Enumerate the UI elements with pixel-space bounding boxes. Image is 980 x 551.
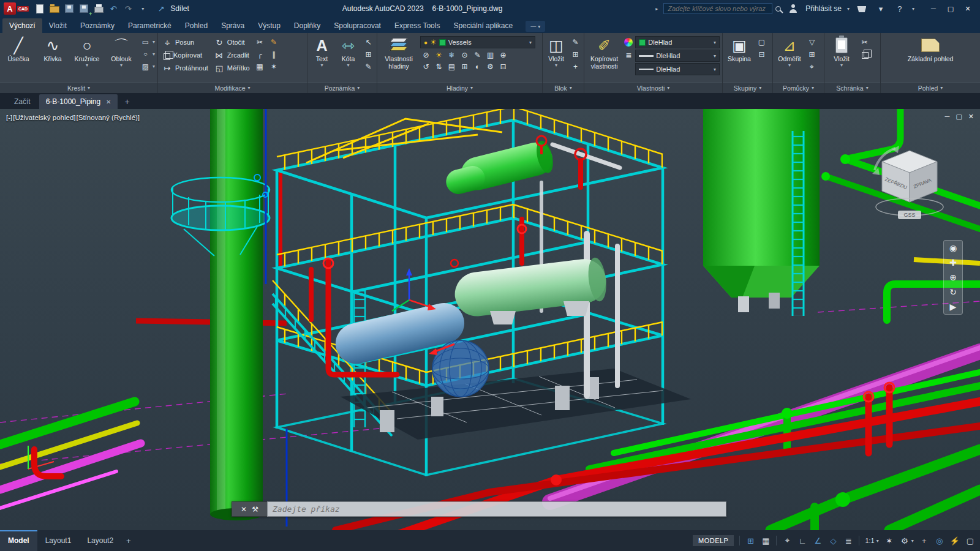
command-input[interactable] <box>268 504 726 514</box>
panel-title-poznamka[interactable]: Poznámka ▾ <box>307 82 377 93</box>
quick-calc-button[interactable]: ⊞ <box>806 49 818 59</box>
layer-properties-button[interactable]: Vlastnosti hladiny <box>380 35 418 82</box>
snap-toggle-icon[interactable]: ▦ <box>761 536 771 545</box>
tab-pohled[interactable]: Pohled <box>178 18 214 33</box>
layout1-tab[interactable]: Layout1 <box>37 530 80 551</box>
save-button[interactable] <box>62 2 76 15</box>
workspace-switching-control[interactable]: ⚙ ▾ <box>900 536 914 545</box>
circle-button[interactable]: ○ Kružnice ▾ <box>71 35 103 82</box>
ribbon-display-toggle[interactable]: — ▾ <box>526 21 545 32</box>
annotation-visibility-icon[interactable]: ✶ <box>884 536 894 545</box>
lineweight-combo[interactable]: DleHlad ▾ <box>635 50 720 62</box>
scale-button[interactable]: ◱ Měřítko <box>213 62 252 74</box>
panel-title-pohled[interactable]: Pohled ▾ <box>881 82 980 93</box>
undo-button[interactable]: ↶ <box>107 2 120 15</box>
text-button[interactable]: A Text ▾ <box>310 35 334 82</box>
layer-tool-icon[interactable]: ☀ <box>433 50 445 60</box>
close-tab-icon[interactable]: ✕ <box>106 99 111 105</box>
layer-tool-icon[interactable]: ✎ <box>472 50 483 60</box>
group-button[interactable]: ▣ Skupina <box>725 35 753 82</box>
multileader-button[interactable]: ↖ <box>363 37 374 47</box>
dimension-button[interactable]: ⇿ Kóta ▾ <box>336 35 360 82</box>
layer-tool-icon[interactable]: ⊕ <box>497 50 509 60</box>
panel-title-vlastnosti[interactable]: Vlastnosti ▾ <box>584 82 722 93</box>
signin-label[interactable]: Přihlásit se <box>805 4 842 13</box>
match-properties-button[interactable]: ✐ Kopírovat vlastnosti <box>587 35 622 82</box>
signin-button[interactable] <box>786 2 800 15</box>
drawing-viewport[interactable]: [-] [Uživatelský pohled] [Stínovaný (Ryc… <box>0 109 980 530</box>
visual-style-control[interactable]: [Stínovaný (Rychlé)] <box>77 114 140 121</box>
polar-tracking-icon[interactable]: ∠ <box>813 536 823 545</box>
array-button[interactable]: ▦ <box>254 61 266 72</box>
tab-express-tools[interactable]: Express Tools <box>388 18 447 33</box>
tab-vystup[interactable]: Výstup <box>251 18 287 33</box>
linetype-combo[interactable]: DleHlad ▾ <box>635 63 720 75</box>
layer-tool-icon[interactable]: ⇅ <box>433 61 445 72</box>
maximize-button[interactable]: ▢ <box>942 1 959 16</box>
tab-poznamky[interactable]: Poznámky <box>74 18 121 33</box>
share-button[interactable]: ↗ Sdílet <box>154 2 189 15</box>
infer-constraints-icon[interactable]: ⌖ <box>782 536 792 545</box>
drawing-close-button[interactable]: ✕ <box>968 113 974 121</box>
vessel-green-top[interactable] <box>443 136 556 197</box>
trim-button[interactable]: ✂ <box>254 37 266 47</box>
layer-tool-icon[interactable]: ▤ <box>446 61 458 72</box>
tab-vychozi[interactable]: Výchozí <box>2 18 42 33</box>
view-control[interactable]: [Uživatelský pohled] <box>13 114 75 121</box>
cut-button[interactable]: ✂ <box>859 37 870 47</box>
copy-clip-button[interactable] <box>859 49 870 59</box>
polyline-button[interactable]: ∿ Křivka <box>37 35 69 82</box>
redo-button[interactable]: ↷ <box>121 2 135 15</box>
tab-sprava[interactable]: Správa <box>214 18 251 33</box>
nav-wheel-icon[interactable]: ◉ <box>949 242 957 253</box>
isolate-objects-icon[interactable]: ◎ <box>935 536 944 545</box>
model-tab[interactable]: Model <box>0 530 37 551</box>
layer-tool-icon[interactable]: ⊙ <box>459 50 470 60</box>
group-edit-button[interactable]: ⊟ <box>756 49 767 59</box>
nav-zoom-icon[interactable]: ⊕ <box>949 272 957 283</box>
save-as-button[interactable]: + <box>77 2 91 15</box>
ungroup-button[interactable]: ▢ <box>756 37 767 47</box>
layer-tool-icon[interactable]: ▥ <box>484 50 496 60</box>
file-tab-drawing[interactable]: 6-B-1000_Piping ✕ <box>39 94 118 109</box>
color-wheel-icon[interactable] <box>624 38 633 47</box>
close-button[interactable]: ✕ <box>959 1 976 16</box>
layer-select-combo[interactable]: ● ☀ Vessels ▾ <box>420 36 535 48</box>
hatch-button[interactable]: ▨▾ <box>140 61 155 72</box>
table-button[interactable]: ⊞ <box>363 49 374 59</box>
panel-title-blok[interactable]: Blok ▾ <box>543 82 584 93</box>
copy-button[interactable]: Kopírovat <box>160 49 210 61</box>
fillet-button[interactable]: ╭ <box>254 49 266 59</box>
new-layout-button[interactable]: + <box>121 536 136 545</box>
object-color-combo[interactable]: DleHlad ▾ <box>635 36 720 48</box>
quick-select-button[interactable]: ▽ <box>806 37 818 47</box>
tab-specialni-aplikace[interactable]: Speciální aplikace <box>447 18 519 33</box>
arc-button[interactable]: ⌒ Oblouk ▾ <box>105 35 137 82</box>
panel-title-kreslit[interactable]: Kreslit ▾ <box>0 82 157 93</box>
panel-title-schranka[interactable]: Schránka ▾ <box>824 82 880 93</box>
block-attributes-button[interactable]: + <box>570 61 581 72</box>
layer-tool-icon[interactable]: ❄ <box>446 50 458 60</box>
column-vessel-left[interactable] <box>210 109 263 520</box>
open-file-button[interactable] <box>48 2 61 15</box>
drawing-minimize-button[interactable]: ─ <box>945 113 950 121</box>
autocad-logo[interactable]: A CAD <box>4 2 29 15</box>
drawing-restore-button[interactable]: ▢ <box>956 113 962 121</box>
panel-title-skupiny[interactable]: Skupiny ▾ <box>723 82 772 93</box>
panel-title-hladiny[interactable]: Hladiny ▾ <box>377 82 542 93</box>
tab-vlozit[interactable]: Vložit <box>42 18 74 33</box>
block-create-button[interactable]: ⊞ <box>570 49 581 59</box>
annotation-scale-control[interactable]: 1:1 ▾ <box>865 537 878 544</box>
layer-tool-icon[interactable]: ⊟ <box>497 61 509 72</box>
command-close-icon[interactable]: ✕ <box>241 505 247 514</box>
plot-button[interactable] <box>92 2 105 15</box>
line-button[interactable]: ╱ Úsečka <box>2 35 34 82</box>
app-store-button[interactable] <box>855 2 869 15</box>
search-icon[interactable] <box>775 6 781 12</box>
erase-button[interactable]: ✎ <box>268 37 280 47</box>
base-view-button[interactable]: Základní pohled <box>903 35 957 82</box>
layer-tool-icon[interactable]: ⚙ <box>484 61 496 72</box>
stretch-button[interactable]: ↦ Protáhnout <box>160 62 210 74</box>
new-tab-button[interactable]: + <box>119 94 134 109</box>
explode-button[interactable]: ✶ <box>268 61 280 72</box>
